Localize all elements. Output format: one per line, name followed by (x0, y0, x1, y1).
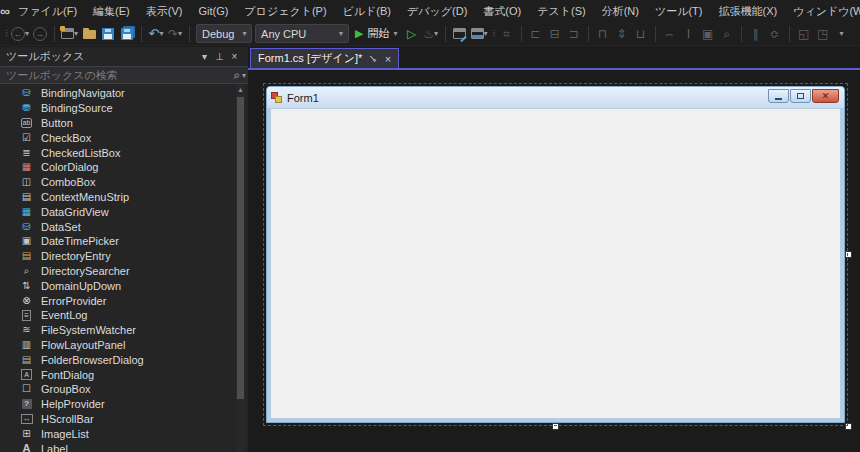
menu-item[interactable]: 表示(V) (138, 0, 191, 22)
menu-item[interactable]: プロジェクト(P) (236, 0, 334, 22)
pin-button[interactable]: ⊥ (212, 51, 227, 62)
properties-window-button[interactable]: ▾ (471, 24, 488, 44)
close-icon[interactable]: × (385, 53, 391, 65)
navigate-back-button[interactable]: ←▾ (11, 24, 29, 44)
menu-item[interactable]: 分析(N) (594, 0, 647, 22)
resize-handle-right[interactable] (845, 251, 852, 258)
scrollbar-thumb[interactable] (237, 97, 244, 399)
designer-surface[interactable]: Form1 ✕ (248, 70, 860, 452)
toolbox-item[interactable]: CheckBox (0, 130, 248, 145)
start-debugging-button[interactable]: ▶ 開始 ▾ (352, 24, 400, 44)
menu-item[interactable]: ツール(T) (647, 0, 711, 22)
undo-button[interactable]: ↶▾ (148, 24, 164, 44)
save-button[interactable] (100, 24, 116, 44)
maximize-button[interactable] (790, 89, 811, 103)
toolbox-item[interactable]: FontDialog (0, 367, 248, 382)
toolbox-search-input[interactable] (6, 69, 233, 81)
menu-item[interactable]: ビルド(B) (335, 0, 399, 22)
navigate-forward-button[interactable]: → (32, 24, 48, 44)
toolbox-header: ツールボックス ▾ ⊥ × (0, 47, 248, 66)
toolbox-item[interactable]: DataGridView (0, 204, 248, 219)
make-same-height-button[interactable]: Ⅰ (681, 24, 697, 44)
toolbox-item[interactable]: HScrollBar (0, 412, 248, 427)
close-button[interactable]: × (227, 51, 242, 62)
start-without-debugging-button[interactable]: ▷ (404, 24, 420, 44)
menu-item[interactable]: 編集(E) (85, 0, 138, 22)
pin-icon[interactable]: ⊸ (367, 52, 381, 66)
open-file-button[interactable] (81, 24, 97, 44)
menu-item[interactable]: 拡張機能(X) (711, 0, 786, 22)
tab-form1-designer[interactable]: Form1.cs [デザイン]* ⊸ × (250, 48, 399, 68)
hot-reload-button[interactable]: ♨▾ (423, 24, 439, 44)
new-project-button[interactable]: ▾ (61, 24, 78, 44)
divider (789, 26, 790, 42)
vertical-spacing-button[interactable]: ≎ (767, 24, 783, 44)
toolbox-item[interactable]: Button (0, 116, 248, 131)
toolbar-grip[interactable]: ⁞⁞ (3, 29, 8, 39)
toolbox-item[interactable]: ComboBox (0, 175, 248, 190)
scroll-up-arrow[interactable]: ▲ (236, 84, 245, 95)
menu-item[interactable]: ウィンドウ(W) (785, 0, 860, 22)
solution-platform-select[interactable]: Any CPU ▾ (255, 24, 349, 43)
align-bottoms-button[interactable]: ⊔ (633, 24, 649, 44)
toolbox-item[interactable]: EventLog (0, 308, 248, 323)
toolbox-item[interactable]: Label (0, 441, 248, 452)
horizontal-spacing-button[interactable]: ∥ (748, 24, 764, 44)
toolbox-item[interactable]: GroupBox (0, 382, 248, 397)
align-tops-button[interactable]: ⊓ (595, 24, 611, 44)
redo-button[interactable]: ↷▾ (167, 24, 183, 44)
align-middles-button[interactable]: ⇕ (614, 24, 630, 44)
menu-item[interactable]: 書式(O) (475, 0, 529, 22)
toolbox-item[interactable]: DataSet (0, 219, 248, 234)
toolbox-item[interactable]: DateTimePicker (0, 234, 248, 249)
toolbox-item[interactable]: BindingSource (0, 101, 248, 116)
align-to-grid-icon: ⌗ (503, 27, 510, 41)
make-same-width-button[interactable]: ⇔ (662, 24, 678, 44)
minimize-button[interactable] (768, 89, 789, 103)
make-same-size-button[interactable]: ▣ (700, 24, 716, 44)
control-icon (20, 398, 33, 411)
menu-item[interactable]: ファイル(F) (10, 0, 85, 22)
show-all-files-button[interactable] (452, 24, 468, 44)
toolbox-scrollbar[interactable]: ▲ (236, 84, 245, 452)
menu-item[interactable]: デバッグ(D) (399, 0, 475, 22)
toolbox-item[interactable]: FlowLayoutPanel (0, 338, 248, 353)
toolbox-item[interactable]: DirectorySearcher (0, 264, 248, 279)
toolbar-options-button[interactable]: ▾ (834, 24, 850, 44)
align-to-grid-button[interactable]: ⌗ (499, 24, 515, 44)
send-to-back-button[interactable]: ◳ (815, 24, 831, 44)
toolbox-item[interactable]: DirectoryEntry (0, 249, 248, 264)
toolbox-item[interactable]: DomainUpDown (0, 278, 248, 293)
form-client-area[interactable] (270, 108, 841, 419)
toolbox-item[interactable]: CheckedListBox (0, 145, 248, 160)
form1-window[interactable]: Form1 ✕ (266, 86, 845, 423)
save-all-button[interactable] (119, 24, 135, 44)
toolbox-item[interactable]: FileSystemWatcher (0, 323, 248, 338)
toolbox-item[interactable]: FolderBrowserDialog (0, 352, 248, 367)
align-rights-button[interactable]: ⊐ (566, 24, 582, 44)
form-title-bar[interactable]: Form1 ✕ (267, 87, 844, 108)
winforms-form-icon (271, 92, 282, 103)
size-to-grid-button[interactable]: ⌕ (719, 24, 735, 44)
resize-handle-bottom[interactable] (552, 423, 559, 430)
solution-configuration-select[interactable]: Debug ▾ (196, 24, 252, 43)
align-lefts-button[interactable]: ⊏ (528, 24, 544, 44)
menu-item[interactable]: Git(G) (190, 0, 236, 22)
menu-item[interactable]: テスト(S) (529, 0, 593, 22)
close-button[interactable]: ✕ (812, 89, 839, 103)
align-centers-button[interactable]: ⊟ (547, 24, 563, 44)
toolbox-item[interactable]: ErrorProvider (0, 293, 248, 308)
divider (445, 26, 446, 42)
menu-items: ファイル(F)編集(E)表示(V)Git(G)プロジェクト(P)ビルド(B)デバ… (10, 0, 860, 22)
resize-handle-corner[interactable] (845, 423, 852, 430)
toolbar-grip[interactable]: ⁞⁞ (491, 29, 496, 39)
bring-to-front-button[interactable]: ◱ (796, 24, 812, 44)
control-icon (20, 324, 33, 337)
toolbox-item[interactable]: HelpProvider (0, 397, 248, 412)
window-position-button[interactable]: ▾ (197, 51, 212, 62)
toolbox-item[interactable]: BindingNavigator (0, 86, 248, 101)
toolbox-item[interactable]: ColorDialog (0, 160, 248, 175)
toolbox-item[interactable]: ImageList (0, 426, 248, 441)
same-width-icon: ⇔ (664, 27, 676, 41)
toolbox-item[interactable]: ContextMenuStrip (0, 190, 248, 205)
